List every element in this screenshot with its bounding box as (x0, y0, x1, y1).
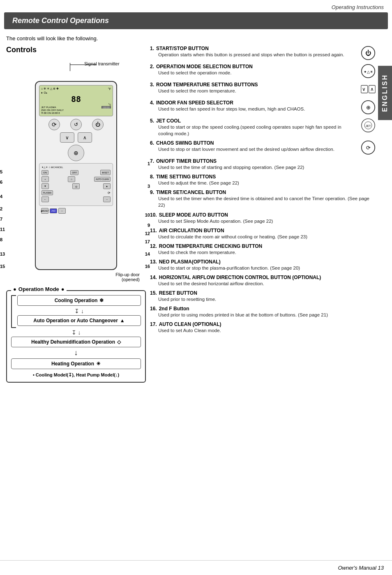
item-10-title: SLEEP MODE AUTO BUTTON (159, 212, 228, 218)
item-4-num: 4. (150, 100, 154, 106)
item-17-text: Used to set Auto Clean mode. (158, 327, 376, 334)
item-1-num: 1. (150, 46, 154, 51)
item-16-text: Used prior to using modes printed in blu… (158, 312, 376, 318)
page-header: Operating Instructions (0, 0, 392, 12)
number-4: 4 (0, 194, 2, 199)
item-11-text: Used to circulate the room air without c… (158, 233, 376, 240)
instruction-15: 15. RESET BUTTON Used prior to resetting… (150, 290, 376, 303)
svg-text:∧: ∧ (370, 87, 374, 92)
item-14-num: 14. (150, 275, 157, 280)
number-3: 3 (148, 184, 150, 189)
item-13-num: 13. (150, 259, 157, 265)
number-14: 14 (145, 252, 150, 256)
item-11-title: AIR CIRCULATION BUTTON (159, 228, 224, 233)
cooling-operation-label: Cooling Operation (55, 298, 98, 303)
air-circulation-button[interactable]: ↺ (70, 119, 82, 130)
remote-body: ⌂ ❄ ☀ △ ⊕ ✚ °F ♦O₂ 88 °c JET PLASMA ||||… (35, 81, 117, 270)
auto-clean-button[interactable]: AUTO CLEAN (94, 177, 111, 182)
instruction-4: 4. INDOOR FAN SPEED SELECTOR Used to sel… (150, 100, 376, 115)
item-12-text: Used to check the room temperature. (158, 249, 376, 256)
item-10-text: Used to set Sleep Mode Auto operation. (… (158, 218, 376, 224)
chaos-swing-button[interactable]: ⟳ (48, 119, 60, 130)
item-3-text: Used to select the room temperature. (158, 88, 357, 94)
cooling-icon: ❄ (99, 298, 104, 303)
page-title: Remote Control Operations (4, 12, 388, 29)
temp-down-button[interactable]: ∨ (60, 132, 74, 143)
number-15: 15 (0, 264, 5, 269)
start-stop-button[interactable]: ⏻ (92, 119, 104, 130)
cooling-to-auto-arrow: ↧ ↓ (17, 308, 141, 314)
plus-button[interactable]: + (42, 176, 49, 182)
fan-speed-button[interactable]: ⊕ (68, 145, 84, 161)
main-content: Controls Signal transmitter 5 6 4 2 7 11 (0, 46, 392, 383)
2ndf-button[interactable]: 2ND (50, 208, 57, 213)
up-button[interactable]: ▲ (103, 183, 111, 189)
item-8-title: TIME SETTING BUTTONS (156, 174, 216, 180)
page-number: Owner's Manual 13 (338, 565, 384, 571)
intro-text: The controls will look like the followin… (0, 35, 392, 46)
signal-transmitter-label: Signal transmitter (84, 61, 120, 66)
svg-text:JET: JET (366, 124, 371, 128)
circle-button[interactable]: ◎ (72, 183, 80, 189)
item-3-title: ROOM TEMPERATURE SETTING BUTTONS (156, 82, 258, 88)
mode-selection-icon: ✦△☀ (361, 64, 376, 79)
number-11: 11 (0, 227, 5, 232)
item-6-title: CHAOS SWING BUTTON (156, 140, 214, 146)
down-button[interactable]: ▼ (42, 183, 49, 189)
home-button[interactable]: ⌂ (68, 176, 75, 182)
auto-operation-item: Auto Operation or Auto Changeover ▲ (17, 315, 141, 326)
operation-mode-title: Operation Mode (18, 286, 59, 292)
number-1: 1 (148, 161, 150, 166)
item-6-num: 6. (150, 140, 154, 146)
item-16-title: 2nd F Button (159, 306, 189, 312)
svg-text:⊕: ⊕ (366, 105, 371, 111)
fan-speed-icon: ⊕ (361, 100, 376, 115)
left-button[interactable]: ← (42, 196, 49, 202)
item-3-num: 3. (150, 82, 154, 88)
item-16-num: 16. (150, 306, 157, 312)
item-13-text: Used to start or stop the plasma-purific… (158, 265, 376, 271)
instruction-7: 7. ON/OFF TIMER BUTTONS Used to set the … (150, 158, 376, 171)
minus-button[interactable]: − (58, 208, 66, 214)
op-mode-dot-left: ● (13, 286, 16, 292)
item-6-text: Used to stop or start louver movement an… (158, 146, 357, 152)
number-7: 7 (0, 217, 2, 222)
item-9-title: TIMER SET/CANCEL BUTTON (156, 189, 226, 195)
item-7-text: Used to set the time of starting and sto… (158, 164, 376, 171)
set-button[interactable]: ⊗SET (100, 170, 111, 175)
instruction-5: 5. JET COOL Used to start or stop the sp… (150, 118, 376, 137)
dehumid-to-heat-arrow: ↓ (11, 349, 141, 357)
instruction-2: 2. OPERATION MODE SELECTION BUTTON Used … (150, 64, 376, 79)
item-10-num: 10. (150, 212, 157, 218)
cooling-model-note: • Cooling Model(↧), Heat Pump Model(↓) (11, 372, 141, 378)
auto-to-dehumid-arrow: ↧ ↓ (11, 329, 141, 336)
item-13-title: NEO PLASMA(OPTIONAL) (159, 259, 221, 265)
instruction-1: 1. START/STOP BUTTON Operation starts wh… (150, 46, 376, 60)
item-9-num: 9. (150, 189, 154, 195)
number-10: 10 (145, 212, 150, 217)
number-12: 12 (145, 231, 150, 236)
dehumid-operation-item: Healthy Dehumidification Operation ◇ (11, 337, 141, 347)
item-5-num: 5. (150, 118, 154, 124)
instruction-16: 16. 2nd F Button Used prior to using mod… (150, 306, 376, 318)
svg-text:⟳: ⟳ (366, 145, 371, 151)
auto-icon: ▲ (120, 318, 125, 323)
item-7-num: 7. (150, 158, 154, 164)
item-4-text: Used to select fan speed in four steps l… (158, 106, 357, 112)
item-5-title: JET COOL (156, 118, 181, 124)
off-button[interactable]: OFF (70, 170, 78, 175)
cooling-operation-item: Cooling Operation ❄ (17, 295, 141, 306)
right-button[interactable]: → (103, 196, 111, 202)
heating-operation-item: Heating Operation ☀ (11, 358, 141, 369)
reset-button[interactable]: ◉RESET (41, 208, 48, 214)
number-9: 9 (148, 223, 150, 228)
on-button[interactable]: ON (42, 170, 48, 175)
item-17-title: AUTO CLEAN (OPTIONAL) (159, 321, 221, 327)
item-17-num: 17. (150, 321, 157, 327)
controls-heading: Controls (6, 46, 146, 54)
page-footer: Owner's Manual 13 (0, 560, 392, 575)
operation-mode-box: ● Operation Mode ● Cooling Operation ❄ ↧… (6, 290, 146, 383)
plasma-button[interactable]: PLASMA (42, 190, 53, 195)
right-column: 1. START/STOP BUTTON Operation starts wh… (150, 46, 388, 383)
temp-up-button[interactable]: ∧ (78, 132, 92, 143)
